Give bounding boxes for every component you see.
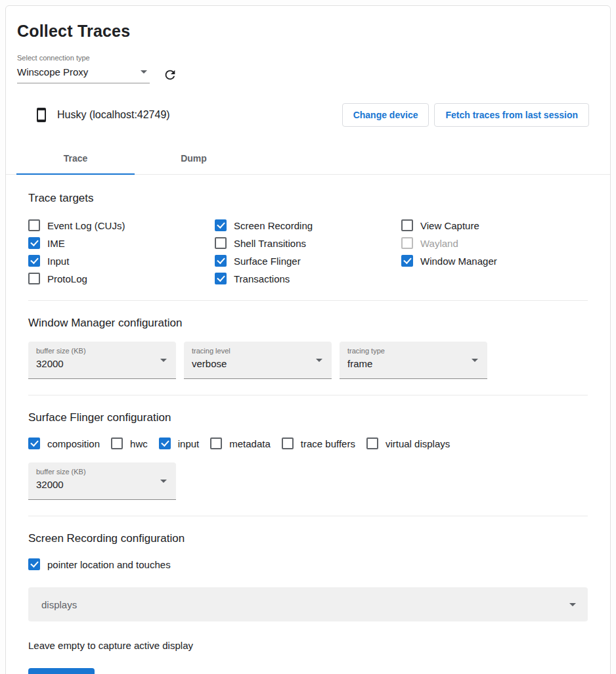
checkbox-label: pointer location and touches [47, 559, 171, 570]
checkbox-composition[interactable]: composition [28, 438, 100, 449]
checkbox-label: View Capture [420, 220, 479, 231]
window-manager-config-section: Window Manager configuration buffer size… [6, 317, 610, 379]
checkbox-box[interactable] [215, 237, 227, 249]
displays-hint-text: Leave empty to capture active display [28, 640, 588, 651]
checkbox-box[interactable] [28, 219, 40, 231]
surface-flinger-checkboxes: composition hwc input metadata trace buf… [28, 438, 588, 449]
checkbox-wayland: Wayland [401, 237, 588, 249]
tab-trace-label: Trace [64, 153, 88, 164]
connection-row: Winscope Proxy [17, 66, 599, 83]
checkbox-ime[interactable]: IME [28, 237, 215, 249]
field-value: 32000 [36, 479, 167, 490]
chevron-down-icon [472, 359, 478, 362]
refresh-icon [163, 68, 177, 82]
select-wm-tracing-type[interactable]: tracing type frame [340, 342, 487, 379]
field-label: tracing level [192, 347, 322, 355]
chevron-down-icon [141, 70, 147, 74]
checkbox-label: Event Log (CUJs) [47, 220, 125, 231]
connection-type-value: Winscope Proxy [17, 66, 88, 78]
window-manager-config-title: Window Manager configuration [28, 317, 588, 330]
checkbox-box[interactable] [28, 438, 40, 449]
fetch-traces-button[interactable]: Fetch traces from last session [434, 103, 589, 127]
screen-recording-config-section: Screen Recording configuration pointer l… [6, 532, 610, 674]
tab-dump-label: Dump [181, 153, 207, 164]
checkbox-sf-input[interactable]: input [159, 438, 200, 449]
trace-targets-title: Trace targets [28, 192, 588, 205]
change-device-button[interactable]: Change device [342, 103, 429, 127]
trace-targets-col-3: View Capture Wayland Window Manager [401, 219, 588, 284]
checkbox-protolog[interactable]: ProtoLog [28, 273, 215, 284]
tab-trace[interactable]: Trace [16, 143, 135, 174]
checkbox-virtual-displays[interactable]: virtual displays [366, 438, 450, 449]
checkbox-label: trace buffers [301, 438, 355, 449]
divider [28, 395, 588, 395]
checkbox-window-manager[interactable]: Window Manager [401, 255, 588, 267]
trace-targets-section: Trace targets Event Log (CUJs) IME Input [6, 192, 610, 284]
checkbox-label: Window Manager [420, 256, 497, 267]
select-displays-placeholder: displays [41, 599, 77, 610]
checkbox-event-log-cujs[interactable]: Event Log (CUJs) [28, 219, 215, 231]
checkbox-trace-buffers[interactable]: trace buffers [282, 438, 355, 449]
divider [28, 300, 588, 301]
checkbox-box[interactable] [282, 438, 294, 449]
checkbox-box[interactable] [111, 438, 123, 449]
checkbox-view-capture[interactable]: View Capture [401, 219, 588, 231]
checkbox-metadata[interactable]: metadata [210, 438, 271, 449]
checkbox-shell-transitions[interactable]: Shell Transitions [215, 237, 401, 249]
checkbox-box[interactable] [401, 255, 413, 267]
surface-flinger-config-title: Surface Flinger configuration [28, 411, 588, 424]
chevron-down-icon [316, 359, 322, 362]
checkbox-label: Surface Flinger [234, 256, 301, 267]
checkbox-box[interactable] [401, 219, 413, 231]
checkbox-box[interactable] [28, 273, 40, 284]
checkbox-label: input [178, 438, 200, 449]
tab-dump[interactable]: Dump [135, 143, 253, 174]
checkbox-pointer-location[interactable]: pointer location and touches [28, 558, 171, 570]
chevron-down-icon [160, 359, 167, 362]
checkbox-box[interactable] [28, 255, 40, 267]
checkbox-label: Shell Transitions [234, 238, 306, 249]
tab-bar: Trace Dump [6, 143, 610, 175]
field-value: frame [347, 358, 478, 369]
device-row: Husky (localhost:42749) Change device Fe… [6, 98, 610, 139]
checkbox-transactions[interactable]: Transactions [215, 273, 401, 284]
checkbox-box[interactable] [215, 273, 227, 284]
trace-targets-grid: Event Log (CUJs) IME Input ProtoLog [28, 219, 588, 284]
start-trace-button[interactable]: Start trace [28, 668, 95, 674]
select-wm-buffer-size[interactable]: buffer size (KB) 32000 [28, 342, 176, 379]
checkbox-surface-flinger[interactable]: Surface Flinger [215, 255, 401, 267]
checkbox-box[interactable] [366, 438, 378, 449]
select-sf-buffer-size[interactable]: buffer size (KB) 32000 [28, 462, 176, 500]
header-section: Collect Traces Select connection type Wi… [6, 6, 610, 83]
chevron-down-icon [160, 480, 167, 483]
checkbox-label: Screen Recording [234, 220, 313, 231]
trace-targets-col-1: Event Log (CUJs) IME Input ProtoLog [28, 219, 215, 284]
trace-targets-col-2: Screen Recording Shell Transitions Surfa… [215, 219, 401, 284]
checkbox-box[interactable] [28, 237, 40, 249]
checkbox-label: composition [47, 438, 100, 449]
connection-type-select[interactable]: Winscope Proxy [17, 66, 150, 83]
checkbox-box [401, 237, 413, 249]
checkbox-screen-recording[interactable]: Screen Recording [215, 219, 401, 231]
refresh-button[interactable] [162, 66, 179, 83]
checkbox-box[interactable] [210, 438, 222, 449]
connection-type-label: Select connection type [17, 54, 599, 62]
checkbox-box[interactable] [159, 438, 171, 449]
checkbox-label: ProtoLog [47, 273, 87, 284]
checkbox-label: virtual displays [385, 438, 450, 449]
select-wm-tracing-level[interactable]: tracing level verbose [184, 342, 332, 379]
device-name: Husky (localhost:42749) [57, 109, 170, 121]
field-value: verbose [192, 358, 322, 369]
checkbox-label: metadata [229, 438, 271, 449]
checkbox-box[interactable] [215, 255, 227, 267]
checkbox-label: Transactions [234, 273, 290, 284]
field-value: 32000 [36, 358, 167, 369]
checkbox-input[interactable]: Input [28, 255, 215, 267]
checkbox-label: Input [47, 256, 69, 267]
screen-recording-config-title: Screen Recording configuration [28, 532, 588, 545]
checkbox-box[interactable] [28, 558, 40, 570]
checkbox-hwc[interactable]: hwc [111, 438, 148, 449]
checkbox-box[interactable] [215, 219, 227, 231]
select-displays[interactable]: displays [28, 587, 588, 621]
chevron-down-icon [569, 603, 576, 606]
